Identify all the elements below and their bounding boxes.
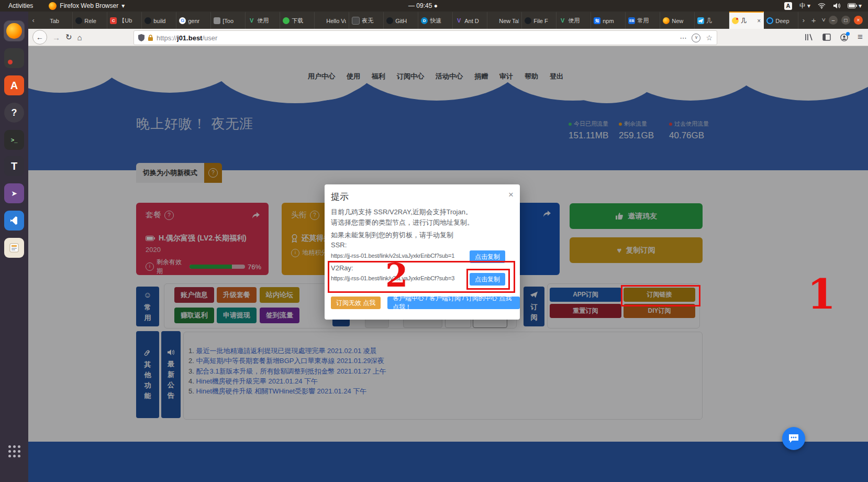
browser-tab[interactable]: C【Ub	[107, 12, 142, 29]
window-controls: – □ ×	[829, 12, 863, 29]
chick-favicon	[732, 17, 739, 24]
dialog-text-line1: 目前几鸡支持 SSR/V2RAY,近期会支持Trojan。	[331, 207, 472, 217]
tab-title: Rele	[84, 18, 104, 24]
tab-title: 下载	[292, 17, 311, 25]
browser-tab[interactable]: 知npm	[591, 12, 626, 29]
question-glyph: ?	[12, 107, 17, 118]
chevron-down-icon: ▾	[807, 2, 810, 9]
dialog-title: 提示	[331, 191, 349, 203]
tab-title: 几	[706, 17, 726, 25]
browser-tab-bar: ‹ Tab Rele C【Ub build Ggenr [Too V使用 下载 …	[28, 12, 868, 29]
vscode-icon[interactable]	[4, 211, 24, 231]
app-menu[interactable]: Firefox Web Browser ▾	[49, 2, 125, 10]
browser-tab[interactable]: Ggenr	[176, 12, 211, 29]
reload-button[interactable]: ↻	[65, 32, 72, 42]
tracking-shield-icon[interactable]	[138, 34, 144, 41]
c-favicon: C	[110, 17, 117, 24]
browser-tab[interactable]: Deep	[764, 12, 798, 29]
new-tab-button[interactable]: +	[809, 12, 819, 29]
browser-tab[interactable]: V使用	[557, 12, 591, 29]
remote-terminal-icon[interactable]: ➤	[4, 183, 24, 203]
client-center-button[interactable]: 客户端中心 / 客户端订阅 / 订阅的中心 点我点我！	[387, 297, 520, 309]
wifi-icon[interactable]	[818, 3, 826, 9]
input-language-menu[interactable]: 中 ▾	[799, 2, 810, 10]
browser-tab-active[interactable]: 几×	[729, 12, 764, 29]
chevron-down-icon: ▾	[859, 2, 862, 9]
menu-icon[interactable]: ≡	[858, 32, 863, 42]
chat-widget-button[interactable]	[782, 427, 805, 450]
browser-tab[interactable]: New Tab	[487, 12, 522, 29]
firefox-dock-icon[interactable]	[4, 21, 24, 41]
help-icon[interactable]: ?	[4, 103, 24, 123]
archive-app-icon[interactable]	[4, 48, 24, 68]
dialog-close-icon[interactable]: ×	[508, 190, 514, 200]
tab-title: 几	[741, 17, 755, 25]
tip-dialog: 提示 × 目前几鸡支持 SSR/V2RAY,近期会支持Trojan。 请选择您需…	[325, 184, 520, 320]
browser-tab[interactable]: GitH	[384, 12, 418, 29]
ssr-label: SSR:	[331, 241, 347, 249]
home-button[interactable]: ⌂	[77, 33, 82, 42]
lock-icon[interactable]	[148, 35, 153, 41]
subscription-invalid-button[interactable]: 订阅无效 点我	[331, 297, 381, 309]
sidebar-icon[interactable]	[822, 34, 831, 41]
back-button[interactable]: ←	[32, 30, 47, 45]
account-icon[interactable]	[840, 34, 848, 41]
telegram-favicon	[697, 17, 704, 24]
v-favicon: V	[455, 17, 462, 24]
software-store-icon[interactable]: A	[4, 75, 24, 95]
prompt-glyph: >_	[11, 137, 18, 143]
chat-icon	[788, 433, 799, 444]
browser-tab[interactable]: Rele	[73, 12, 107, 29]
list-tabs-button[interactable]: ˅	[819, 12, 829, 29]
show-applications-icon[interactable]	[4, 441, 24, 461]
browser-tab[interactable]: build	[142, 12, 176, 29]
scroll-tabs-left-button[interactable]: ‹	[28, 12, 38, 29]
zhihu-favicon: 知	[594, 17, 600, 24]
firefox-icon	[6, 23, 22, 39]
window-close-button[interactable]: ×	[854, 16, 863, 25]
terminal-icon[interactable]: >_	[4, 130, 24, 150]
browser-tab[interactable]: Tab	[38, 12, 73, 29]
browser-tab[interactable]: New	[660, 12, 695, 29]
browser-tab[interactable]: 几	[695, 12, 729, 29]
tab-title: genr	[188, 18, 208, 24]
browser-tab[interactable]: 夜无	[349, 12, 384, 29]
window-maximize-button[interactable]: □	[841, 16, 850, 25]
bookmark-star-icon[interactable]: ☆	[706, 34, 713, 42]
tab-title: 夜无	[362, 17, 381, 25]
address-bar[interactable]: https://j01.best/user ⋯ ∨ ☆	[133, 30, 717, 45]
window-minimize-button[interactable]: –	[829, 16, 838, 25]
volume-icon[interactable]	[833, 3, 840, 9]
tab-title: npm	[603, 18, 622, 24]
keyboard-indicator-icon[interactable]: A	[784, 2, 792, 10]
library-icon[interactable]	[805, 34, 813, 41]
activities-button[interactable]: Activities	[8, 2, 33, 9]
battery-indicator[interactable]: ▾	[848, 2, 862, 9]
browser-tab[interactable]: [Too	[211, 12, 246, 29]
browser-tab[interactable]: 下载	[280, 12, 315, 29]
page-actions-icon[interactable]: ⋯	[680, 34, 686, 42]
github-favicon	[525, 17, 531, 24]
annotation-number-1: 1	[807, 273, 836, 315]
clock[interactable]: — 09:45 ●	[408, 2, 438, 9]
tab-title: 常用	[637, 17, 657, 25]
vue-favicon: V	[559, 17, 566, 24]
google-favicon: G	[179, 17, 186, 24]
github-favicon	[75, 17, 82, 24]
browser-tab[interactable]: File F	[522, 12, 557, 29]
tab-title: 快速	[430, 17, 450, 25]
firefox-icon	[49, 2, 57, 10]
pocket-icon[interactable]: ∨	[692, 34, 700, 42]
annotation-box-subscribe-link	[621, 285, 700, 306]
forward-button[interactable]: →	[52, 33, 60, 42]
scroll-tabs-right-button[interactable]: ›	[798, 12, 808, 29]
browser-tab[interactable]: D快速	[418, 12, 453, 29]
browser-tab[interactable]: EB常用	[626, 12, 660, 29]
browser-tab[interactable]: VAnt D	[453, 12, 487, 29]
text-editor-icon[interactable]: T	[4, 156, 24, 176]
notes-app-icon[interactable]	[4, 238, 24, 258]
tab-close-icon[interactable]: ×	[757, 17, 761, 25]
browser-tab[interactable]: Hello Vu	[315, 12, 349, 29]
browser-tab[interactable]: V使用	[246, 12, 280, 29]
url-scheme: https://	[157, 34, 177, 42]
